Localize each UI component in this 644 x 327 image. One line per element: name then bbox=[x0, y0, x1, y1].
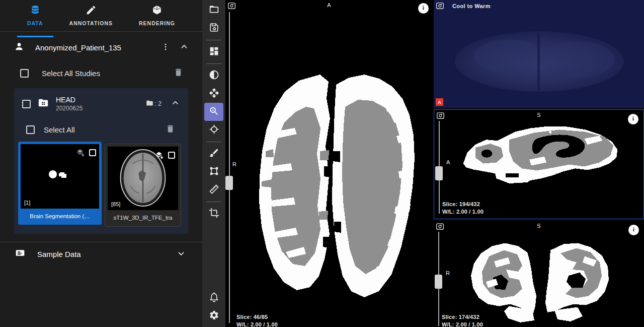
orientation-label-anterior: A bbox=[446, 159, 450, 165]
zoom-tool-button[interactable] bbox=[204, 103, 223, 121]
tab-rendering[interactable]: RENDERING bbox=[132, 5, 182, 31]
paint-button[interactable] bbox=[204, 145, 223, 163]
chevron-up-icon bbox=[179, 42, 189, 53]
slice-number: Slice: 46/85 bbox=[236, 313, 278, 321]
toolbar-divider bbox=[206, 142, 221, 142]
layers-plus-icon bbox=[154, 151, 164, 160]
notifications-button[interactable] bbox=[204, 289, 223, 307]
rectangle-tool-button[interactable] bbox=[204, 163, 223, 181]
study-card: HEAD 20200625 : 2 Select All bbox=[14, 88, 188, 234]
slider-handle[interactable] bbox=[435, 275, 442, 289]
delete-studies-button[interactable] bbox=[173, 67, 184, 80]
series-thumbnail-segmentation[interactable]: [1] Brain Segmentation (… bbox=[18, 142, 102, 225]
slice-info: Slice: 174/432 W/L: 2.00 / 1.00 bbox=[442, 313, 483, 327]
patient-collapse-button[interactable] bbox=[178, 41, 190, 54]
data-panel: DATA ANNOTATIONS RENDERING Anonymized_Pa… bbox=[0, 0, 202, 327]
volume-viewport[interactable]: Cool to Warm A bbox=[434, 0, 644, 108]
slider-handle[interactable] bbox=[225, 176, 233, 190]
window-level-button[interactable] bbox=[204, 67, 223, 85]
select-all-studies-label: Select All Studies bbox=[42, 69, 173, 78]
pencil-icon bbox=[86, 5, 97, 18]
axial-viewport[interactable]: A R Slice: 46/85 W/L: 2.00 / 1.00 bbox=[225, 0, 433, 327]
volume-count: : 2 bbox=[146, 99, 162, 108]
layout-grid-icon bbox=[209, 46, 219, 58]
info-icon bbox=[420, 4, 427, 13]
window-level: W/L: 2.00 / 1.00 bbox=[442, 321, 483, 327]
save-icon bbox=[209, 22, 219, 34]
kebab-menu-icon bbox=[161, 42, 170, 53]
slice-slider[interactable] bbox=[435, 121, 443, 214]
series-thumbnails: [1] Brain Segmentation (… bbox=[14, 139, 188, 227]
view-info-button[interactable] bbox=[418, 3, 429, 14]
crosshairs-button[interactable] bbox=[204, 121, 223, 139]
patient-menu-button[interactable] bbox=[160, 41, 171, 54]
toolbar-divider bbox=[206, 202, 221, 202]
slice-slider[interactable] bbox=[435, 232, 443, 326]
open-files-button[interactable] bbox=[204, 1, 223, 19]
select-all-series-row: Select All bbox=[14, 120, 188, 139]
study-folder-icon bbox=[38, 97, 49, 110]
orientation-label-superior: S bbox=[434, 112, 643, 118]
coronal-viewport[interactable]: S R Slice: 174/432 W/L: 2.00 / 1.00 bbox=[434, 221, 644, 327]
series-label: Brain Segmentation (… bbox=[21, 209, 99, 222]
crosshairs-icon bbox=[209, 124, 219, 136]
study-checkbox[interactable] bbox=[22, 100, 31, 108]
add-layer-button[interactable] bbox=[153, 150, 165, 161]
folder-count-icon bbox=[146, 99, 153, 108]
mri-preview-image: [85] bbox=[108, 147, 178, 210]
toolbar-divider bbox=[206, 40, 221, 40]
add-layer-button[interactable] bbox=[74, 147, 86, 158]
ruler-button[interactable] bbox=[204, 181, 223, 199]
chevron-down-icon bbox=[176, 248, 186, 260]
window-level: W/L: 2.00 / 1.00 bbox=[442, 208, 484, 216]
settings-button[interactable] bbox=[204, 307, 223, 325]
axial-slice-render bbox=[225, 0, 433, 327]
slider-track[interactable] bbox=[229, 12, 230, 323]
thumbnail-checkbox[interactable] bbox=[89, 149, 96, 156]
window-level: W/L: 2.00 / 1.00 bbox=[236, 321, 278, 327]
frame-count-badge: [1] bbox=[24, 200, 30, 206]
module-tabbar: DATA ANNOTATIONS RENDERING bbox=[0, 0, 202, 32]
view-info-button[interactable] bbox=[628, 114, 638, 124]
study-date: 20200625 bbox=[56, 105, 146, 112]
delete-series-button[interactable] bbox=[165, 123, 176, 136]
series-thumbnail-mri[interactable]: [85] sT1W_3D_IR_TFE_tra bbox=[105, 144, 181, 227]
select-all-series-checkbox[interactable] bbox=[26, 125, 35, 134]
thumbnail-checkbox[interactable] bbox=[168, 152, 175, 159]
pan-button[interactable] bbox=[204, 85, 223, 103]
save-session-button[interactable] bbox=[204, 19, 223, 37]
secondary-views-column: Cool to Warm A S bbox=[434, 0, 644, 327]
volume-count-label: : 2 bbox=[154, 100, 162, 107]
select-all-studies-row: Select All Studies bbox=[0, 63, 202, 83]
series-label: sT1W_3D_IR_TFE_tra bbox=[108, 210, 178, 224]
tab-data[interactable]: DATA bbox=[20, 5, 50, 31]
study-name: HEAD bbox=[56, 96, 146, 104]
tab-rendering-label: RENDERING bbox=[139, 20, 175, 26]
slider-handle[interactable] bbox=[435, 166, 443, 180]
sagittal-viewport[interactable]: S A Slice: 194/432 W/L: 2.00 / 1.00 bbox=[434, 109, 644, 219]
crop-button[interactable] bbox=[204, 205, 223, 223]
reset-camera-icon bbox=[436, 4, 444, 12]
person-icon bbox=[14, 41, 24, 53]
layouts-button[interactable] bbox=[204, 43, 223, 61]
frame-count-badge: [85] bbox=[111, 201, 120, 207]
tab-annotations-label: ANNOTATIONS bbox=[69, 20, 113, 26]
sample-data-row[interactable]: Sample Data bbox=[0, 242, 202, 266]
study-header-row[interactable]: HEAD 20200625 : 2 bbox=[14, 88, 188, 119]
slice-info: Slice: 194/432 W/L: 2.00 / 1.00 bbox=[442, 201, 484, 216]
trash-icon bbox=[174, 68, 183, 79]
select-all-studies-checkbox[interactable] bbox=[20, 69, 29, 78]
reset-camera-button[interactable] bbox=[436, 2, 444, 12]
cube-icon bbox=[151, 5, 163, 18]
sample-data-expand-button[interactable] bbox=[175, 247, 187, 261]
crop-icon bbox=[209, 208, 219, 220]
folder-open-icon bbox=[209, 4, 219, 16]
select-all-series-label: Select All bbox=[44, 125, 165, 134]
patient-row[interactable]: Anonymized_Patient_135 bbox=[0, 36, 202, 59]
tab-annotations[interactable]: ANNOTATIONS bbox=[62, 5, 120, 31]
orientation-cube-marker[interactable]: A bbox=[436, 98, 443, 106]
study-collapse-button[interactable] bbox=[170, 97, 181, 110]
slice-slider[interactable] bbox=[225, 12, 233, 323]
view-info-button[interactable] bbox=[628, 225, 639, 235]
slice-info: Slice: 46/85 W/L: 2.00 / 1.00 bbox=[236, 313, 278, 327]
